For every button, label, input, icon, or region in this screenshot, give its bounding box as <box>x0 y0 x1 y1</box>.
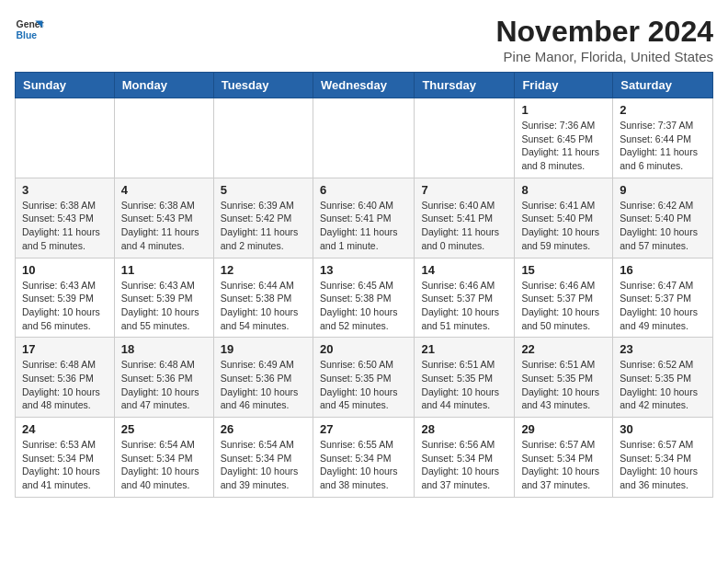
calendar-cell: 10Sunrise: 6:43 AMSunset: 5:39 PMDayligh… <box>16 258 115 338</box>
day-number: 18 <box>121 342 207 356</box>
day-number: 23 <box>620 342 706 356</box>
calendar-week-row: 17Sunrise: 6:48 AMSunset: 5:36 PMDayligh… <box>16 338 713 418</box>
day-number: 20 <box>320 342 407 356</box>
weekday-header-tuesday: Tuesday <box>213 73 313 98</box>
day-number: 4 <box>121 183 207 197</box>
calendar-cell <box>313 98 414 178</box>
day-info: Sunrise: 6:46 AMSunset: 5:37 PMDaylight:… <box>421 279 507 333</box>
day-number: 9 <box>620 183 706 197</box>
weekday-header-row: SundayMondayTuesdayWednesdayThursdayFrid… <box>16 73 713 98</box>
day-info: Sunrise: 6:48 AMSunset: 5:36 PMDaylight:… <box>22 358 108 412</box>
calendar-cell: 21Sunrise: 6:51 AMSunset: 5:35 PMDayligh… <box>415 338 515 418</box>
day-info: Sunrise: 6:54 AMSunset: 5:34 PMDaylight:… <box>121 438 207 492</box>
day-info: Sunrise: 7:36 AMSunset: 6:45 PMDaylight:… <box>521 119 606 173</box>
location-title: Pine Manor, Florida, United States <box>495 49 713 64</box>
weekday-header-saturday: Saturday <box>613 73 713 98</box>
month-title: November 2024 <box>495 15 713 49</box>
day-number: 3 <box>22 183 108 197</box>
calendar-cell: 11Sunrise: 6:43 AMSunset: 5:39 PMDayligh… <box>114 258 213 338</box>
day-number: 2 <box>620 103 706 117</box>
day-info: Sunrise: 6:47 AMSunset: 5:37 PMDaylight:… <box>620 279 706 333</box>
calendar-cell: 27Sunrise: 6:55 AMSunset: 5:34 PMDayligh… <box>313 418 414 498</box>
day-number: 1 <box>521 103 606 117</box>
calendar-cell: 18Sunrise: 6:48 AMSunset: 5:36 PMDayligh… <box>114 338 213 418</box>
calendar-cell: 2Sunrise: 7:37 AMSunset: 6:44 PMDaylight… <box>613 98 713 178</box>
calendar-cell: 7Sunrise: 6:40 AMSunset: 5:41 PMDaylight… <box>415 178 515 258</box>
calendar-cell: 15Sunrise: 6:46 AMSunset: 5:37 PMDayligh… <box>515 258 613 338</box>
calendar-cell: 8Sunrise: 6:41 AMSunset: 5:40 PMDaylight… <box>515 178 613 258</box>
day-number: 30 <box>620 422 706 436</box>
day-info: Sunrise: 6:50 AMSunset: 5:35 PMDaylight:… <box>320 358 407 412</box>
day-number: 13 <box>320 263 407 277</box>
day-number: 25 <box>121 422 207 436</box>
calendar-cell: 30Sunrise: 6:57 AMSunset: 5:34 PMDayligh… <box>613 418 713 498</box>
day-info: Sunrise: 6:52 AMSunset: 5:35 PMDaylight:… <box>620 358 706 412</box>
calendar-cell: 5Sunrise: 6:39 AMSunset: 5:42 PMDaylight… <box>213 178 313 258</box>
calendar-week-row: 1Sunrise: 7:36 AMSunset: 6:45 PMDaylight… <box>16 98 713 178</box>
day-info: Sunrise: 6:40 AMSunset: 5:41 PMDaylight:… <box>421 199 507 253</box>
day-number: 14 <box>421 263 507 277</box>
day-info: Sunrise: 6:56 AMSunset: 5:34 PMDaylight:… <box>421 438 507 492</box>
weekday-header-friday: Friday <box>515 73 613 98</box>
calendar-cell: 17Sunrise: 6:48 AMSunset: 5:36 PMDayligh… <box>16 338 115 418</box>
calendar-cell: 29Sunrise: 6:57 AMSunset: 5:34 PMDayligh… <box>515 418 613 498</box>
title-area: November 2024 Pine Manor, Florida, Unite… <box>495 15 713 64</box>
svg-text:Blue: Blue <box>17 30 38 40</box>
day-number: 11 <box>121 263 207 277</box>
day-info: Sunrise: 6:45 AMSunset: 5:38 PMDaylight:… <box>320 279 407 333</box>
day-number: 12 <box>221 263 306 277</box>
day-info: Sunrise: 6:43 AMSunset: 5:39 PMDaylight:… <box>121 279 207 333</box>
calendar-cell <box>16 98 115 178</box>
day-info: Sunrise: 6:42 AMSunset: 5:40 PMDaylight:… <box>620 199 706 253</box>
day-info: Sunrise: 6:57 AMSunset: 5:34 PMDaylight:… <box>620 438 706 492</box>
calendar-cell <box>114 98 213 178</box>
logo-icon: General Blue <box>15 15 44 44</box>
day-info: Sunrise: 7:37 AMSunset: 6:44 PMDaylight:… <box>620 119 706 173</box>
day-number: 15 <box>521 263 606 277</box>
calendar-cell: 9Sunrise: 6:42 AMSunset: 5:40 PMDaylight… <box>613 178 713 258</box>
day-info: Sunrise: 6:55 AMSunset: 5:34 PMDaylight:… <box>320 438 407 492</box>
calendar-cell: 24Sunrise: 6:53 AMSunset: 5:34 PMDayligh… <box>16 418 115 498</box>
calendar-cell: 28Sunrise: 6:56 AMSunset: 5:34 PMDayligh… <box>415 418 515 498</box>
day-info: Sunrise: 6:51 AMSunset: 5:35 PMDaylight:… <box>421 358 507 412</box>
day-number: 24 <box>22 422 108 436</box>
day-info: Sunrise: 6:38 AMSunset: 5:43 PMDaylight:… <box>121 199 207 253</box>
day-number: 22 <box>521 342 606 356</box>
day-number: 6 <box>320 183 407 197</box>
calendar-cell: 1Sunrise: 7:36 AMSunset: 6:45 PMDaylight… <box>515 98 613 178</box>
calendar-cell: 23Sunrise: 6:52 AMSunset: 5:35 PMDayligh… <box>613 338 713 418</box>
day-info: Sunrise: 6:49 AMSunset: 5:36 PMDaylight:… <box>221 358 306 412</box>
day-info: Sunrise: 6:40 AMSunset: 5:41 PMDaylight:… <box>320 199 407 253</box>
calendar-week-row: 24Sunrise: 6:53 AMSunset: 5:34 PMDayligh… <box>16 418 713 498</box>
calendar-cell: 3Sunrise: 6:38 AMSunset: 5:43 PMDaylight… <box>16 178 115 258</box>
calendar-cell: 22Sunrise: 6:51 AMSunset: 5:35 PMDayligh… <box>515 338 613 418</box>
day-number: 27 <box>320 422 407 436</box>
calendar-cell: 14Sunrise: 6:46 AMSunset: 5:37 PMDayligh… <box>415 258 515 338</box>
day-number: 7 <box>421 183 507 197</box>
day-info: Sunrise: 6:48 AMSunset: 5:36 PMDaylight:… <box>121 358 207 412</box>
day-info: Sunrise: 6:44 AMSunset: 5:38 PMDaylight:… <box>221 279 306 333</box>
calendar-cell: 13Sunrise: 6:45 AMSunset: 5:38 PMDayligh… <box>313 258 414 338</box>
day-number: 21 <box>421 342 507 356</box>
day-info: Sunrise: 6:46 AMSunset: 5:37 PMDaylight:… <box>521 279 606 333</box>
weekday-header-sunday: Sunday <box>16 73 115 98</box>
day-info: Sunrise: 6:43 AMSunset: 5:39 PMDaylight:… <box>22 279 108 333</box>
day-info: Sunrise: 6:53 AMSunset: 5:34 PMDaylight:… <box>22 438 108 492</box>
weekday-header-wednesday: Wednesday <box>313 73 414 98</box>
day-number: 8 <box>521 183 606 197</box>
day-number: 28 <box>421 422 507 436</box>
day-info: Sunrise: 6:57 AMSunset: 5:34 PMDaylight:… <box>521 438 606 492</box>
day-number: 5 <box>221 183 306 197</box>
day-number: 10 <box>22 263 108 277</box>
weekday-header-monday: Monday <box>114 73 213 98</box>
calendar-cell: 25Sunrise: 6:54 AMSunset: 5:34 PMDayligh… <box>114 418 213 498</box>
day-number: 19 <box>221 342 306 356</box>
day-info: Sunrise: 6:38 AMSunset: 5:43 PMDaylight:… <box>22 199 108 253</box>
day-number: 26 <box>221 422 306 436</box>
day-number: 17 <box>22 342 108 356</box>
day-info: Sunrise: 6:51 AMSunset: 5:35 PMDaylight:… <box>521 358 606 412</box>
calendar-cell <box>213 98 313 178</box>
weekday-header-thursday: Thursday <box>415 73 515 98</box>
calendar-cell: 6Sunrise: 6:40 AMSunset: 5:41 PMDaylight… <box>313 178 414 258</box>
calendar-cell: 16Sunrise: 6:47 AMSunset: 5:37 PMDayligh… <box>613 258 713 338</box>
